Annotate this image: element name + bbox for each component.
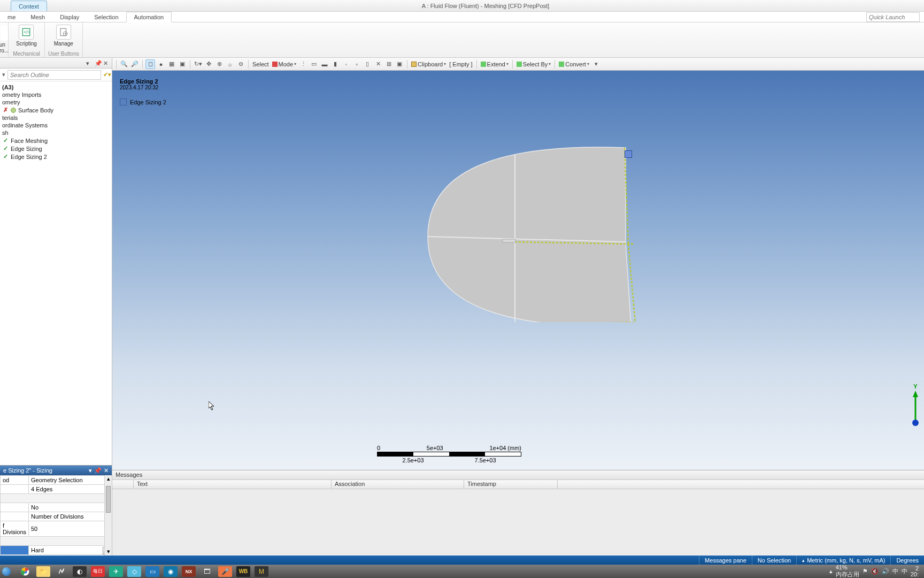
- taskbar-mic-icon[interactable]: 🎤: [218, 566, 232, 577]
- convert-dropdown[interactable]: Convert▾: [558, 61, 590, 67]
- clipboard-empty[interactable]: [ Empty ]: [448, 61, 473, 67]
- outline-search-clear-icon[interactable]: ✔▾: [103, 71, 110, 78]
- tab-home[interactable]: me: [0, 12, 23, 22]
- tree-edge-sizing-2[interactable]: ✓Edge Sizing 2: [0, 153, 112, 161]
- taskbar-app6-icon[interactable]: ▭: [145, 566, 159, 577]
- scripting-button[interactable]: </> Scripting: [12, 22, 41, 47]
- details-scrollbar[interactable]: ▴ ▾: [104, 475, 112, 556]
- os-taskbar[interactable]: 📁 🗲 ◐ 每日 ✈ ◇ ▭ ◉ NX 🗔 🎤 WB M ▴ 41%内存占用 ⚑…: [0, 565, 924, 578]
- select-mode-label[interactable]: Select: [251, 61, 270, 67]
- zoom-box-icon[interactable]: ⌕: [225, 59, 235, 69]
- vertex-filter-icon[interactable]: ⋮: [298, 59, 308, 69]
- selection-handle[interactable]: [625, 150, 632, 158]
- rotate-icon[interactable]: ↻▾: [193, 59, 203, 69]
- details-dropdown-icon[interactable]: ▾: [89, 467, 92, 474]
- tray-network-icon[interactable]: 🔇: [871, 568, 879, 575]
- extend-dropdown[interactable]: Extend▾: [480, 61, 510, 67]
- messages-col-association[interactable]: Association: [332, 480, 464, 489]
- tree-mesh[interactable]: sh: [0, 129, 112, 136]
- viewport-3d[interactable]: Edge Sizing 2 2023.4.17 20:32 Edge Sizin…: [112, 71, 924, 470]
- tray-expand-icon[interactable]: ▴: [829, 568, 833, 575]
- taskbar-nx-icon[interactable]: NX: [182, 566, 196, 577]
- geometry-body[interactable]: [326, 108, 700, 322]
- tree-materials[interactable]: terials: [0, 114, 112, 121]
- tree-coordinate-systems[interactable]: ordinate Systems: [0, 121, 112, 129]
- messages-body[interactable]: [112, 489, 924, 556]
- misc-filter-icon[interactable]: ✕: [373, 59, 383, 69]
- taskbar-app5-icon[interactable]: ◇: [127, 566, 141, 577]
- edge-filter-icon[interactable]: ▭: [309, 59, 319, 69]
- selectby-dropdown[interactable]: Select By▾: [515, 61, 552, 67]
- detail-row-scoping-method[interactable]: odGeometry Selection: [1, 476, 112, 485]
- tray-flag-icon[interactable]: ⚑: [863, 568, 868, 575]
- taskbar-app1-icon[interactable]: 🗲: [55, 566, 68, 577]
- pan-icon[interactable]: ✥: [204, 59, 213, 69]
- status-selection[interactable]: No Selection: [752, 556, 796, 565]
- detail-row-behavior[interactable]: Hard▾: [1, 546, 112, 555]
- tray-clock[interactable]: 2 20:: [911, 566, 919, 577]
- detail-row-suppressed[interactable]: No: [1, 503, 112, 512]
- tree-surface-body[interactable]: ✗Surface Body: [0, 106, 112, 114]
- status-units[interactable]: ▴Metric (mm, kg, N, s, mV, mA): [796, 556, 890, 565]
- tab-display[interactable]: Display: [52, 12, 87, 22]
- detail-row-divisions[interactable]: f Divisions50: [1, 521, 112, 537]
- tab-mesh[interactable]: Mesh: [23, 12, 52, 22]
- context-tab[interactable]: Context: [11, 1, 47, 11]
- tree-geometry[interactable]: ometry: [0, 98, 112, 106]
- zoom-icon[interactable]: 🔎: [130, 59, 140, 69]
- taskbar-explorer-icon[interactable]: 📁: [36, 566, 50, 577]
- messages-header[interactable]: Messages: [112, 470, 924, 480]
- messages-col-timestamp[interactable]: Timestamp: [464, 480, 558, 489]
- outline-filter-dropdown[interactable]: ▾: [2, 71, 5, 78]
- zoom-fit-icon[interactable]: 🔍: [119, 59, 129, 69]
- outline-close-icon[interactable]: ✕: [103, 60, 110, 66]
- zoom-out-icon[interactable]: ⊖: [236, 59, 245, 69]
- tab-selection[interactable]: Selection: [87, 12, 126, 22]
- taskbar-wb-icon[interactable]: WB: [236, 566, 250, 577]
- viewport-triad[interactable]: Y: [910, 383, 921, 427]
- details-close-icon[interactable]: ✕: [104, 467, 109, 474]
- clipboard-dropdown[interactable]: Clipboard▾: [410, 61, 447, 67]
- node-filter-icon[interactable]: ◦: [341, 59, 351, 69]
- taskbar-app8-icon[interactable]: 🗔: [200, 566, 214, 577]
- tray-ime1[interactable]: 中: [892, 567, 898, 575]
- quick-launch-input[interactable]: [866, 12, 920, 22]
- convert-aux-dropdown[interactable]: ▾: [591, 59, 601, 69]
- zoom-in-icon[interactable]: ⊕: [214, 59, 224, 69]
- box-select-icon[interactable]: ◻: [145, 59, 155, 69]
- status-degrees[interactable]: Degrees: [890, 556, 924, 565]
- taskbar-chrome-icon[interactable]: [18, 566, 32, 577]
- details-pin-icon[interactable]: 📌: [94, 467, 102, 474]
- messages-col-blank[interactable]: [112, 480, 134, 489]
- body-filter-icon[interactable]: ▮: [330, 59, 340, 69]
- misc3-filter-icon[interactable]: ▣: [395, 59, 404, 69]
- tree-edge-sizing[interactable]: ✓Edge Sizing: [0, 144, 112, 153]
- taskbar-app3-icon[interactable]: 每日: [91, 566, 105, 577]
- messages-col-text[interactable]: Text: [134, 480, 332, 489]
- element-filter-icon[interactable]: ▫: [352, 59, 361, 69]
- run-macro-button[interactable]: un ro...: [0, 24, 9, 54]
- taskbar-app7-icon[interactable]: ◉: [164, 566, 178, 577]
- tray-volume-icon[interactable]: 🔊: [882, 568, 889, 575]
- mode-dropdown[interactable]: Mode▾: [271, 61, 298, 67]
- tray-ime2[interactable]: 中: [902, 567, 907, 575]
- details-table[interactable]: odGeometry Selection 4 Edges No Number o…: [0, 475, 112, 556]
- iso-icon[interactable]: ▣: [178, 59, 187, 69]
- outline-pin-icon[interactable]: 📌: [95, 60, 101, 66]
- outline-tree[interactable]: (A3) ometry Imports ometry ✗Surface Body…: [0, 81, 112, 465]
- detail-row-type[interactable]: Number of Divisions: [1, 512, 112, 521]
- outline-search-input[interactable]: [7, 70, 101, 80]
- status-messages-pane[interactable]: Messages pane: [699, 556, 752, 565]
- taskbar-ansys-icon[interactable]: M: [255, 566, 268, 577]
- system-tray[interactable]: ▴ 41%内存占用 ⚑ 🔇 🔊 中 中 2 20:: [829, 564, 922, 578]
- tab-automation[interactable]: Automation: [126, 12, 172, 22]
- outline-dropdown-icon[interactable]: ▾: [86, 60, 93, 66]
- tree-geometry-imports[interactable]: ometry Imports: [0, 91, 112, 98]
- detail-row-geometry[interactable]: 4 Edges: [1, 485, 112, 494]
- tree-face-meshing[interactable]: ✓Face Meshing: [0, 136, 112, 144]
- wireframe-icon[interactable]: ▦: [167, 59, 176, 69]
- face-filter-icon[interactable]: ▬: [320, 59, 329, 69]
- coord-filter-icon[interactable]: ▯: [363, 59, 372, 69]
- manage-button[interactable]: Manage: [50, 22, 78, 47]
- shaded-icon[interactable]: ●: [156, 59, 166, 69]
